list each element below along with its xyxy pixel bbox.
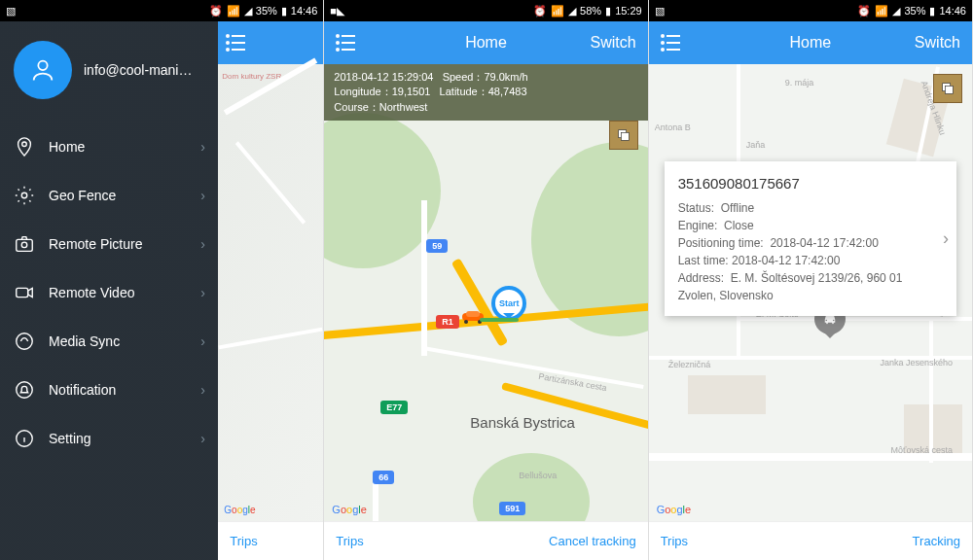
- google-attribution: Google: [657, 504, 692, 515]
- image-icon: ▧: [655, 5, 665, 18]
- screen-drawer: ▧ ⏰ 📶 ◢ 35% ▮ 14:46 info@cool-mani… Home: [0, 0, 324, 560]
- car-marker[interactable]: [460, 309, 486, 325]
- trips-link[interactable]: Trips: [336, 534, 363, 548]
- street-label: Janka Jesenského: [880, 358, 953, 368]
- chevron-right-icon: ›: [200, 236, 205, 252]
- street-label: Môťovská cesta: [891, 445, 953, 455]
- device-info-card[interactable]: 351609080175667 Status: Offline Engine: …: [665, 161, 956, 316]
- status-bar: ▧ ⏰ 📶 ◢ 35% ▮ 14:46: [0, 0, 323, 21]
- track-line: [480, 318, 519, 322]
- avatar: [14, 41, 72, 99]
- signal-icon: ◢: [568, 5, 576, 18]
- alarm-icon: ⏰: [533, 5, 547, 18]
- bottom-bar: Trips Cancel tracking: [324, 521, 647, 560]
- nav-label: Media Sync: [49, 333, 187, 349]
- menu-icon[interactable]: [226, 34, 245, 52]
- street-label: Antona B: [655, 122, 691, 132]
- switch-button[interactable]: Switch: [915, 34, 960, 52]
- bottom-bar: Trips Tracking: [649, 521, 972, 560]
- battery-percent: 35%: [904, 5, 925, 17]
- route-591: 591: [499, 502, 525, 515]
- layers-button[interactable]: [933, 74, 962, 103]
- battery-percent: 35%: [256, 5, 277, 17]
- chevron-right-icon: ›: [943, 226, 949, 252]
- header-title: Home: [789, 34, 831, 52]
- svg-point-0: [38, 61, 47, 70]
- wifi-icon: 📶: [227, 5, 240, 18]
- svg-rect-14: [621, 132, 629, 140]
- camera-icon: [14, 233, 35, 255]
- trips-link[interactable]: Trips: [661, 534, 688, 548]
- profile-section[interactable]: info@cool-mani…: [0, 21, 219, 122]
- tracking-link[interactable]: Tracking: [913, 534, 960, 548]
- battery-percent: 58%: [580, 5, 601, 17]
- pin-icon: [14, 136, 35, 158]
- route-r1: R1: [436, 315, 459, 329]
- clock: 14:46: [291, 5, 318, 17]
- gear-icon: [14, 185, 35, 206]
- tracking-info-overlay: 2018-04-12 15:29:04 Speed：79.0km/h Longi…: [324, 64, 647, 121]
- user-icon: [29, 56, 56, 84]
- nav-notification[interactable]: Notification ›: [0, 366, 219, 414]
- map-peek-body[interactable]: Dom kultury ZSR Google Trips: [218, 64, 323, 560]
- battery-icon: ▮: [929, 5, 935, 18]
- street-label: Železničná: [668, 360, 711, 369]
- nav-geofence[interactable]: Geo Fence ›: [0, 171, 219, 220]
- battery-icon: ▮: [281, 5, 287, 18]
- street-label: Jaňa: [746, 140, 766, 150]
- menu-icon[interactable]: [661, 34, 680, 52]
- street-label: 9. mája: [785, 78, 814, 88]
- nav-media-sync[interactable]: Media Sync ›: [0, 317, 219, 366]
- alarm-icon: ⏰: [209, 5, 223, 18]
- signal-icon: ◢: [892, 5, 900, 18]
- google-attribution: Google: [332, 504, 367, 515]
- svg-point-2: [21, 192, 27, 198]
- nav-label: Notification: [49, 382, 187, 398]
- nav-setting[interactable]: Setting ›: [0, 414, 219, 463]
- clock: 15:29: [615, 5, 642, 17]
- route-66: 66: [373, 471, 394, 484]
- camera-status-icon: ■◣: [330, 5, 344, 18]
- chevron-right-icon: ›: [200, 382, 205, 398]
- svg-point-4: [21, 242, 27, 248]
- nav-remote-picture[interactable]: Remote Picture ›: [0, 220, 219, 268]
- screen-tracking: ■◣ ⏰ 📶 ◢ 58% ▮ 15:29 Home Switch: [324, 0, 648, 560]
- cancel-tracking-link[interactable]: Cancel tracking: [549, 534, 636, 548]
- start-label: Start: [499, 298, 520, 308]
- map-peek[interactable]: Dom kultury ZSR Google Trips: [218, 21, 323, 560]
- nav-label: Remote Video: [49, 285, 187, 300]
- street-label: Bellušova: [519, 471, 557, 480]
- screen-device-info: ▧ ⏰ 📶 ◢ 35% ▮ 14:46 Home Switch 9. má: [649, 0, 973, 560]
- trips-link[interactable]: Trips: [230, 534, 257, 548]
- route-59: 59: [426, 239, 448, 253]
- nav-home[interactable]: Home ›: [0, 122, 219, 171]
- nav-drawer: info@cool-mani… Home › Geo Fence › Remot…: [0, 21, 219, 560]
- alarm-icon: ⏰: [857, 5, 871, 18]
- device-id: 351609080175667: [678, 173, 943, 195]
- svg-rect-5: [17, 288, 28, 297]
- battery-icon: ▮: [605, 5, 611, 18]
- nav-label: Home: [49, 139, 187, 155]
- sync-icon: [14, 331, 35, 352]
- header-title: Home: [465, 34, 507, 52]
- map-view[interactable]: 9. mája Antona B Jaňa Andreja Hlinku Žel…: [649, 64, 972, 521]
- chevron-right-icon: ›: [200, 188, 205, 203]
- bottom-bar: Trips: [218, 521, 323, 560]
- notification-icon: [14, 379, 35, 401]
- nav-remote-video[interactable]: Remote Video ›: [0, 268, 219, 317]
- nav-label: Setting: [49, 431, 187, 446]
- nav-label: Remote Picture: [49, 236, 187, 252]
- video-icon: [14, 282, 35, 303]
- chevron-right-icon: ›: [200, 139, 205, 155]
- wifi-icon: 📶: [875, 5, 888, 18]
- menu-icon[interactable]: [336, 34, 355, 52]
- svg-point-1: [22, 142, 27, 147]
- layers-button[interactable]: [609, 121, 638, 150]
- app-header: Home Switch: [324, 21, 647, 64]
- chevron-right-icon: ›: [200, 333, 205, 349]
- switch-button[interactable]: Switch: [591, 34, 636, 52]
- map-view[interactable]: 59 R1 E77 66 591 Banská Bystrica Partizá…: [324, 64, 647, 521]
- wifi-icon: 📶: [551, 5, 564, 18]
- image-icon: ▧: [6, 5, 16, 18]
- svg-point-6: [17, 333, 33, 350]
